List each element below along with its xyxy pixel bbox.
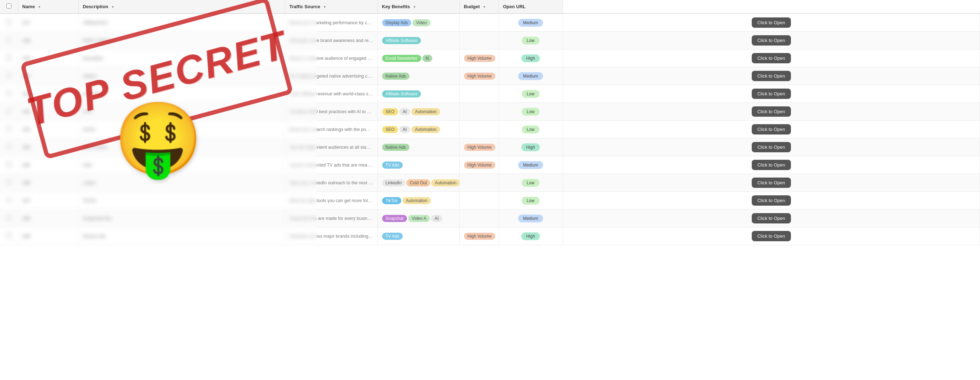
- table-row: 129Disney AdsAdvertise across major bran…: [0, 227, 980, 245]
- key-benefits-header[interactable]: Key Benefits ▼: [377, 0, 460, 14]
- row-name: Loften: [78, 174, 285, 192]
- row-checkbox[interactable]: [6, 215, 11, 220]
- table-row: 127TieTokWith the right tools you can ge…: [0, 192, 980, 209]
- row-checkbox-cell: [0, 67, 18, 85]
- traffic-source-header[interactable]: Traffic Source ▼: [285, 0, 377, 14]
- row-budget: Low: [498, 120, 563, 138]
- name-header[interactable]: Name ▼: [18, 0, 78, 14]
- row-open-url: Click to Open: [563, 192, 980, 209]
- row-checkbox-cell: [0, 227, 18, 245]
- row-open-url: Click to Open: [563, 32, 980, 49]
- budget-sort-icon: ▼: [482, 5, 486, 9]
- row-checkbox[interactable]: [6, 55, 11, 60]
- traffic-header-label: Traffic Source: [290, 4, 320, 9]
- budget-header[interactable]: Budget ▼: [460, 0, 498, 14]
- traffic-tag: Automation: [431, 179, 460, 187]
- row-description: Run highly targeted native advertising c…: [285, 67, 377, 85]
- row-checkbox-cell: [0, 14, 18, 32]
- row-number: 129: [18, 227, 78, 245]
- row-name: TieTok: [78, 192, 285, 209]
- traffic-tag: TV Ads: [382, 162, 403, 169]
- row-checkbox[interactable]: [6, 198, 11, 203]
- row-traffic-source: SnapchatVideo AAI: [377, 209, 460, 227]
- row-open-url: Click to Open: [563, 156, 980, 174]
- row-name: Snapchat Ads: [78, 209, 285, 227]
- budget-header-label: Budget: [464, 4, 480, 9]
- open-url-button[interactable]: Click to Open: [752, 160, 791, 170]
- row-traffic-source: Native Ads: [377, 138, 460, 156]
- table-row: 122CPACombine SEO best practices with AI…: [0, 103, 980, 120]
- row-checkbox[interactable]: [6, 144, 11, 149]
- budget-badge: Low: [522, 36, 539, 44]
- desc-sort-icon: ▼: [111, 5, 115, 9]
- open-url-button[interactable]: Click to Open: [752, 213, 791, 223]
- table-container: Name ▼ Description ▼ Traffic Source ▼ Ke…: [0, 0, 980, 245]
- row-checkbox[interactable]: [6, 180, 11, 185]
- main-table: Name ▼ Description ▼ Traffic Source ▼ Ke…: [0, 0, 980, 245]
- traffic-tag: Automation: [411, 108, 440, 115]
- row-key-benefits: High Volume: [460, 138, 498, 156]
- open-url-button[interactable]: Click to Open: [752, 195, 791, 206]
- traffic-tag: LinkedIn: [382, 179, 405, 187]
- row-number: 128: [18, 209, 78, 227]
- benefits-header-label: Key Benefits: [382, 4, 410, 9]
- traffic-tag: Affiliate Software: [382, 37, 421, 44]
- traffic-tag: Automation: [402, 197, 431, 204]
- row-key-benefits: High Volume: [460, 67, 498, 85]
- open-url-button[interactable]: Click to Open: [752, 71, 791, 81]
- row-budget: Medium: [498, 67, 563, 85]
- row-checkbox[interactable]: [6, 37, 11, 42]
- name-sort-icon: ▼: [38, 5, 41, 9]
- row-number: 118: [18, 32, 78, 49]
- open-url-button[interactable]: Click to Open: [752, 53, 791, 63]
- open-url-header-label: Open URL: [503, 4, 526, 9]
- row-budget: High: [498, 49, 563, 67]
- row-description: Generate more brand awareness and referr…: [285, 32, 377, 49]
- row-key-benefits: [460, 103, 498, 120]
- open-url-button[interactable]: Click to Open: [752, 106, 791, 117]
- row-checkbox-cell: [0, 85, 18, 103]
- traffic-tag: Native Ads: [382, 144, 409, 151]
- row-checkbox[interactable]: [6, 162, 11, 167]
- table-row: 128Snapchat AdsSnapchat Ads are made for…: [0, 209, 980, 227]
- traffic-tag: Automation: [411, 126, 440, 133]
- benefit-tag: High Volume: [464, 162, 495, 169]
- row-name: Refer-a-Black: [78, 32, 285, 49]
- description-header[interactable]: Description ▼: [78, 0, 285, 14]
- row-open-url: Click to Open: [563, 14, 980, 32]
- row-key-benefits: [460, 85, 498, 103]
- row-budget: Medium: [498, 156, 563, 174]
- budget-badge: Low: [522, 179, 539, 187]
- row-name: CPA: [78, 103, 285, 120]
- row-traffic-source: Email NewsletterN: [377, 49, 460, 67]
- budget-badge: Medium: [518, 215, 543, 222]
- open-url-button[interactable]: Click to Open: [752, 142, 791, 152]
- open-url-button[interactable]: Click to Open: [752, 124, 791, 135]
- open-url-button[interactable]: Click to Open: [752, 231, 791, 241]
- row-checkbox[interactable]: [6, 233, 11, 238]
- row-traffic-source: SEOAIAutomation: [377, 103, 460, 120]
- row-traffic-source: Display AdsVideo: [377, 14, 460, 32]
- row-traffic-source: LinkedInCold OutAutomation: [377, 174, 460, 192]
- row-name: Disney Ads: [78, 227, 285, 245]
- open-url-button[interactable]: Click to Open: [752, 17, 791, 28]
- benefit-tag: High Volume: [464, 73, 495, 80]
- open-url-button[interactable]: Click to Open: [752, 177, 791, 188]
- row-description: Boost your marketing performance by comb…: [285, 14, 377, 32]
- row-checkbox[interactable]: [6, 126, 11, 131]
- row-name: Surfer: [78, 120, 285, 138]
- traffic-tag: SEO: [382, 126, 398, 133]
- row-checkbox[interactable]: [6, 109, 11, 114]
- open-url-button[interactable]: Click to Open: [752, 35, 791, 46]
- row-checkbox[interactable]: [6, 73, 11, 78]
- table-row: 126LoftenTake your LinkedIn outreach to …: [0, 174, 980, 192]
- select-all-checkbox[interactable]: [6, 3, 11, 8]
- row-checkbox[interactable]: [6, 91, 11, 96]
- row-description: Boost your search rankings with the powe…: [285, 120, 377, 138]
- row-key-benefits: [460, 174, 498, 192]
- row-description: Drive affiliate revenue with world-class…: [285, 85, 377, 103]
- row-checkbox[interactable]: [6, 19, 11, 25]
- open-url-button[interactable]: Click to Open: [752, 89, 791, 99]
- row-traffic-source: Affiliate Software: [377, 32, 460, 49]
- row-budget: Low: [498, 192, 563, 209]
